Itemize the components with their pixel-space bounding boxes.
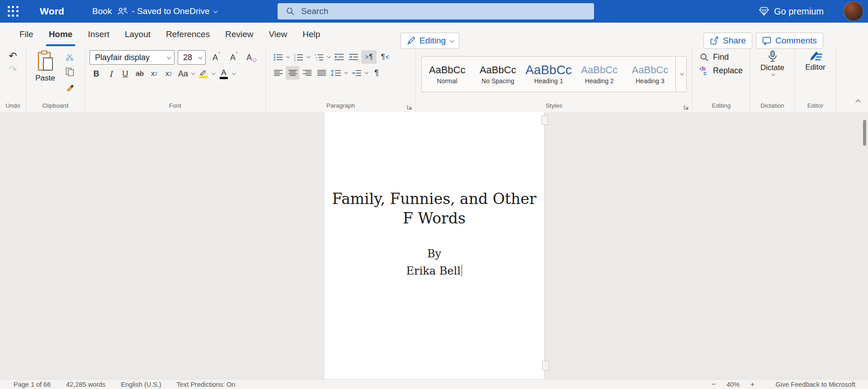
feedback-link[interactable]: Give Feedback to Microsoft bbox=[776, 381, 856, 388]
comments-button[interactable]: Comments bbox=[756, 33, 823, 49]
clear-formatting-button[interactable]: A◇ bbox=[244, 50, 259, 65]
page-count-status[interactable]: Page 1 of 66 bbox=[14, 381, 51, 388]
language-status[interactable]: English (U.S.) bbox=[121, 381, 161, 388]
highlight-chevron[interactable] bbox=[212, 71, 215, 75]
bullet-list-icon bbox=[274, 53, 283, 61]
tab-review[interactable]: Review bbox=[217, 23, 261, 46]
find-magnifier-icon bbox=[700, 53, 709, 62]
increase-indent-button[interactable] bbox=[347, 50, 360, 64]
subscript-button[interactable]: x2 bbox=[147, 67, 161, 81]
zoom-level[interactable]: 40% bbox=[722, 381, 745, 388]
collapse-ribbon-button[interactable] bbox=[856, 98, 860, 106]
grow-font-button[interactable]: Aˆ bbox=[209, 50, 223, 65]
numbering-chevron[interactable] bbox=[307, 54, 310, 58]
bold-button[interactable]: B bbox=[90, 67, 103, 81]
superscript-button[interactable]: x2 bbox=[162, 67, 175, 81]
style-normal[interactable]: AaBbCc Normal bbox=[422, 57, 472, 92]
redo-button[interactable]: ↷ bbox=[6, 64, 20, 76]
paragraph-spacing-chevron[interactable] bbox=[364, 70, 368, 74]
numbering-button[interactable]: 1 2 3 bbox=[292, 50, 305, 64]
text-predictions-status[interactable]: Text Predictions: On bbox=[177, 381, 236, 388]
align-center-icon bbox=[288, 70, 297, 76]
style-heading-1[interactable]: AaBbCc Heading 1 bbox=[523, 57, 574, 92]
replace-button[interactable]: ⟲ b c Replace bbox=[700, 66, 750, 76]
underline-button[interactable]: U bbox=[118, 67, 132, 81]
change-case-button[interactable]: Aa bbox=[176, 67, 190, 81]
paste-button[interactable]: Paste bbox=[31, 50, 60, 102]
editing-mode-dropdown[interactable]: Editing bbox=[401, 33, 459, 49]
paragraph-spacing-button[interactable] bbox=[349, 66, 363, 80]
align-center-button[interactable] bbox=[286, 66, 299, 80]
account-avatar[interactable] bbox=[844, 1, 863, 21]
left-to-right-button[interactable]: >¶ bbox=[361, 50, 377, 64]
dictate-button[interactable]: Dictate bbox=[750, 46, 794, 102]
group-label-paragraph: Paragraph bbox=[266, 102, 415, 112]
tab-layout[interactable]: Layout bbox=[117, 23, 158, 46]
ribbon-group-editor: Editor Editor bbox=[795, 46, 836, 112]
dictate-chevron[interactable] bbox=[771, 72, 775, 76]
chevron-down-icon bbox=[167, 55, 171, 59]
bullets-chevron[interactable] bbox=[286, 54, 290, 58]
tab-help[interactable]: Help bbox=[295, 23, 328, 46]
copy-icon bbox=[66, 67, 74, 76]
strikethrough-button[interactable]: ab bbox=[133, 67, 146, 81]
style-no-spacing[interactable]: AaBbCc No Spacing bbox=[472, 57, 523, 92]
search-input[interactable] bbox=[301, 6, 554, 16]
tab-insert[interactable]: Insert bbox=[80, 23, 117, 46]
line-spacing-chevron[interactable] bbox=[344, 70, 348, 74]
pencil-icon bbox=[407, 37, 415, 45]
italic-button[interactable]: I bbox=[104, 67, 118, 81]
format-painter-icon bbox=[66, 83, 74, 91]
document-title[interactable]: Book bbox=[92, 6, 112, 16]
font-color-chevron[interactable] bbox=[232, 71, 236, 75]
format-painter-button[interactable] bbox=[62, 80, 77, 94]
cut-button[interactable] bbox=[62, 50, 77, 64]
show-formatting-marks-button[interactable]: ¶ bbox=[370, 66, 383, 80]
search-bar[interactable] bbox=[278, 3, 594, 19]
bullets-button[interactable] bbox=[271, 50, 285, 64]
undo-button[interactable]: ↶ bbox=[6, 50, 20, 62]
paragraph-spacing-icon bbox=[352, 70, 361, 76]
style-heading-2[interactable]: AaBbCc Heading 2 bbox=[574, 57, 625, 92]
tab-view[interactable]: View bbox=[261, 23, 295, 46]
zoom-in-button[interactable]: + bbox=[745, 380, 760, 389]
tab-home[interactable]: Home bbox=[41, 23, 80, 46]
document-page[interactable]: Family, Funnies, and Other F Words By Er… bbox=[324, 112, 545, 379]
justify-icon bbox=[317, 70, 326, 76]
multilevel-list-button[interactable]: 1 a i bbox=[312, 50, 326, 64]
share-button[interactable]: Share bbox=[703, 33, 752, 49]
go-premium-button[interactable]: Go premium bbox=[759, 0, 824, 23]
save-status-dropdown[interactable]: - Saved to OneDrive bbox=[132, 6, 216, 16]
styles-dialog-launcher-icon[interactable] bbox=[684, 104, 689, 110]
text-highlight-button[interactable] bbox=[197, 67, 210, 81]
app-name[interactable]: Word bbox=[40, 6, 64, 17]
align-right-button[interactable] bbox=[300, 66, 314, 80]
change-case-chevron[interactable] bbox=[191, 71, 195, 75]
styles-gallery-more-button[interactable] bbox=[675, 57, 686, 92]
ribbon-group-styles: AaBbCc Normal AaBbCc No Spacing AaBbCc H… bbox=[416, 46, 693, 112]
justify-button[interactable] bbox=[315, 66, 328, 80]
vertical-scrollbar-thumb[interactable] bbox=[863, 120, 866, 146]
style-heading-3[interactable]: AaBbCc Heading 3 bbox=[625, 57, 675, 92]
shrink-font-button[interactable]: Aˇ bbox=[226, 50, 241, 65]
paragraph-dialog-launcher-icon[interactable] bbox=[407, 104, 412, 110]
font-name-combobox[interactable]: Playfair display bbox=[90, 50, 175, 65]
font-size-value: 28 bbox=[183, 53, 194, 62]
line-spacing-button[interactable] bbox=[329, 66, 343, 80]
align-left-button[interactable] bbox=[271, 66, 285, 80]
editor-button[interactable]: Editor bbox=[795, 46, 836, 102]
word-count-status[interactable]: 42,285 words bbox=[66, 381, 105, 388]
app-launcher-waffle-icon[interactable] bbox=[6, 5, 20, 18]
find-button[interactable]: Find bbox=[700, 52, 750, 62]
tab-references[interactable]: References bbox=[158, 23, 217, 46]
right-to-left-button[interactable]: ¶< bbox=[377, 50, 393, 64]
copy-button[interactable] bbox=[62, 65, 77, 79]
zoom-out-button[interactable]: − bbox=[706, 380, 722, 389]
tab-file[interactable]: File bbox=[12, 23, 41, 46]
multilevel-chevron[interactable] bbox=[327, 54, 330, 58]
font-size-combobox[interactable]: 28 bbox=[178, 50, 206, 65]
font-color-button[interactable]: A bbox=[217, 67, 231, 81]
decrease-indent-button[interactable] bbox=[332, 50, 346, 64]
ribbon: ↶ ↷ Undo Paste bbox=[0, 46, 868, 112]
editing-mode-label: Editing bbox=[420, 36, 446, 46]
